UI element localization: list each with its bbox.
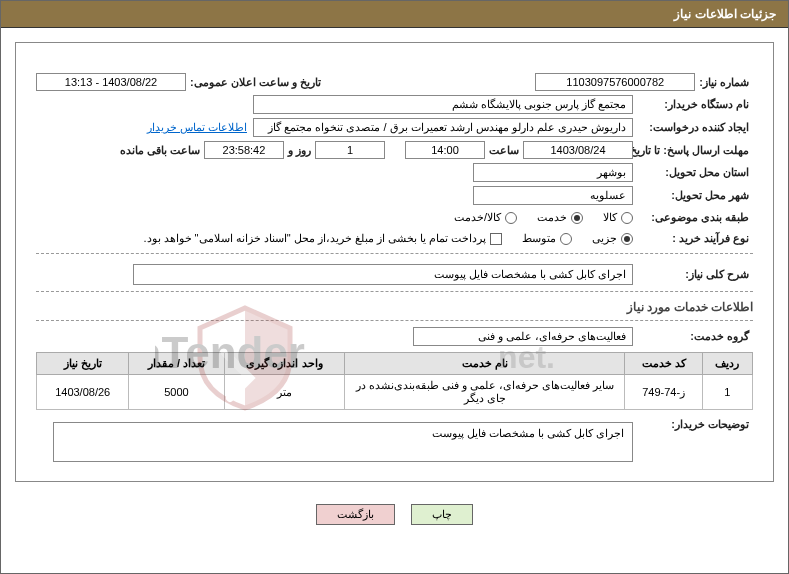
radio-icon [621, 233, 633, 245]
buyer-notes-label: توضیحات خریدار: [633, 416, 753, 433]
province-value: بوشهر [473, 163, 633, 182]
th-qty: تعداد / مقدار [129, 353, 224, 375]
th-date: تاریخ نیاز [37, 353, 129, 375]
th-name: نام خدمت [345, 353, 625, 375]
th-code: کد خدمت [625, 353, 702, 375]
service-group-value: فعالیت‌های حرفه‌ای، علمی و فنی [413, 327, 633, 346]
services-table: ردیف کد خدمت نام خدمت واحد اندازه گیری ت… [36, 352, 753, 410]
category-label: طبقه بندی موضوعی: [633, 209, 753, 226]
radio-minor-label: جزیی [592, 232, 617, 245]
radio-icon [505, 212, 517, 224]
radio-goods[interactable]: کالا [603, 211, 633, 224]
deadline-date: 1403/08/24 [523, 141, 633, 159]
deadline-label: مهلت ارسال پاسخ: تا تاریخ: [633, 141, 753, 159]
radio-icon [560, 233, 572, 245]
th-row: ردیف [702, 353, 752, 375]
radio-both[interactable]: کالا/خدمت [454, 211, 517, 224]
cell-qty: 5000 [129, 375, 224, 410]
radio-service-label: خدمت [537, 211, 567, 224]
radio-minor[interactable]: جزیی [592, 232, 633, 245]
print-button[interactable]: چاپ [411, 504, 473, 525]
requester-value: داریوش حیدری علم دارلو مهندس ارشد تعمیرا… [253, 118, 633, 137]
radio-medium-label: متوسط [522, 232, 556, 245]
cell-date: 1403/08/26 [37, 375, 129, 410]
public-date-label: تاریخ و ساعت اعلان عمومی: [186, 74, 325, 91]
payment-checkbox-group[interactable]: پرداخت تمام یا بخشی از مبلغ خرید،از محل … [143, 232, 502, 245]
radio-both-label: کالا/خدمت [454, 211, 501, 224]
summary-value: اجرای کابل کشی با مشخصات فایل پیوست [133, 264, 633, 285]
cell-unit: متر [224, 375, 345, 410]
deadline-days-label: روز و [284, 142, 315, 159]
deadline-hours: 23:58:42 [204, 141, 284, 159]
page-title: جزئیات اطلاعات نیاز [1, 1, 788, 28]
back-button[interactable]: بازگشت [316, 504, 395, 525]
city-value: عسلویه [473, 186, 633, 205]
buyer-notes-value: اجرای کابل کشی با مشخصات فایل پیوست [53, 422, 633, 462]
radio-icon [621, 212, 633, 224]
service-group-label: گروه خدمت: [633, 328, 753, 345]
cell-name: سایر فعالیت‌های حرفه‌ای، علمی و فنی طبقه… [345, 375, 625, 410]
cell-code: ز-74-749 [625, 375, 702, 410]
cell-row: 1 [702, 375, 752, 410]
deadline-remain-label: ساعت باقی مانده [116, 142, 204, 159]
deadline-time: 14:00 [405, 141, 485, 159]
radio-goods-label: کالا [603, 211, 617, 224]
deadline-label1: مهلت ارسال پاسخ: [663, 144, 749, 156]
radio-medium[interactable]: متوسط [522, 232, 572, 245]
summary-label: شرح کلی نیاز: [633, 266, 753, 283]
deadline-days: 1 [315, 141, 385, 159]
process-label: نوع فرآیند خرید : [633, 230, 753, 247]
buyer-contact-link[interactable]: اطلاعات تماس خریدار [147, 121, 247, 134]
th-unit: واحد اندازه گیری [224, 353, 345, 375]
table-row: 1 ز-74-749 سایر فعالیت‌های حرفه‌ای، علمی… [37, 375, 753, 410]
buyer-org-value: مجتمع گاز پارس جنوبی پالایشگاه ششم [253, 95, 633, 114]
need-number-value: 1103097576000782 [535, 73, 695, 91]
services-section-title: اطلاعات خدمات مورد نیاز [36, 300, 753, 314]
need-number-label: شماره نیاز: [695, 74, 753, 91]
public-date-value: 1403/08/22 - 13:13 [36, 73, 186, 91]
radio-service[interactable]: خدمت [537, 211, 583, 224]
city-label: شهر محل تحویل: [633, 187, 753, 204]
province-label: استان محل تحویل: [633, 164, 753, 181]
buyer-org-label: نام دستگاه خریدار: [633, 96, 753, 113]
payment-note: پرداخت تمام یا بخشی از مبلغ خرید،از محل … [143, 232, 486, 245]
requester-label: ایجاد کننده درخواست: [633, 119, 753, 136]
checkbox-icon [490, 233, 502, 245]
deadline-time-label: ساعت [485, 142, 523, 159]
radio-icon [571, 212, 583, 224]
